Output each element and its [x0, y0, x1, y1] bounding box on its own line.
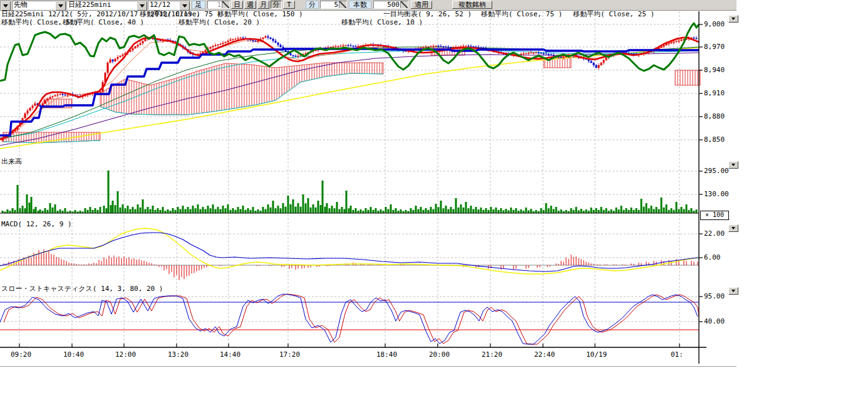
- axis-tick-label: 8,940: [704, 66, 725, 74]
- window-bottom-edge: [0, 366, 736, 367]
- time-tick-label: 21:20: [482, 351, 502, 359]
- time-tick-label: 10:40: [63, 351, 84, 359]
- legend-item: 移動平均( Close, 75 ): [140, 11, 221, 18]
- time-tick-label: 14:40: [220, 351, 240, 359]
- chart-canvas[interactable]: 日経225mini 12/12( 5分, 2012/10/17 - 2012/1…: [0, 0, 736, 367]
- axis-tick-label: 295.00: [704, 167, 729, 175]
- spin-button-icon[interactable]: [222, 1, 229, 8]
- chevron-down-icon: [731, 18, 735, 20]
- minute-spinner[interactable]: 5: [320, 1, 347, 9]
- volume-bars: [0, 171, 699, 213]
- volume-multiplier-badge: × 100: [700, 211, 729, 220]
- bars-count-spinner[interactable]: 500: [373, 1, 408, 9]
- interval-value: 1: [208, 1, 222, 8]
- time-tick-label: 17:20: [279, 351, 300, 359]
- axis-tick-label: 8,970: [704, 43, 725, 51]
- spin-button-icon[interactable]: [339, 1, 346, 8]
- chevron-down-icon[interactable]: [55, 1, 66, 11]
- chevron-down-icon: [731, 227, 735, 229]
- multi-symbol-button[interactable]: 複数銘柄: [452, 1, 492, 9]
- period-button-1[interactable]: 日: [231, 1, 243, 9]
- spin-button-icon[interactable]: [400, 1, 408, 8]
- axis-tick-label: 40.00: [704, 318, 725, 325]
- legend-item: 移動平均( Close, 75 ): [481, 11, 562, 18]
- time-tick-label: 09:20: [11, 351, 31, 359]
- chevron-down-icon: [731, 290, 735, 292]
- time-tick-label: 12:00: [115, 351, 136, 359]
- time-tick-label: 22:40: [534, 351, 555, 359]
- macd-panel-label: MACD( 12, 26, 9 ): [1, 221, 72, 228]
- legend-item: 移動平均( Close, 40 ): [63, 19, 144, 26]
- panel-dropdown-button[interactable]: [728, 224, 738, 232]
- legend-item: 一目均衡表( 9, 26, 52 ): [383, 11, 472, 18]
- category-combobox[interactable]: 先物: [12, 1, 66, 10]
- period-button-2[interactable]: 週: [244, 1, 256, 9]
- minute-value: 5: [321, 1, 339, 8]
- time-tick-label: 13:20: [168, 351, 189, 359]
- panel-dropdown-button[interactable]: [728, 15, 738, 23]
- axis-tick-label: 22.00: [704, 230, 725, 238]
- chevron-down-icon[interactable]: [137, 1, 147, 11]
- apply-button[interactable]: 適用: [411, 1, 432, 9]
- stochastics-panel: [0, 294, 699, 344]
- time-tick-label: 18:40: [376, 351, 397, 359]
- axis-tick-label: 8,910: [704, 90, 725, 97]
- legend-item: 移動平均( Close, 25 ): [573, 11, 654, 18]
- chevron-down-icon: [731, 164, 735, 166]
- axis-tick-label: 130.00: [704, 191, 729, 198]
- panel-dropdown-button[interactable]: [728, 287, 738, 295]
- chart-application-window: 先物 日経225mini 12/12 足 1 日週月分T 分 5 本数 500 …: [0, 0, 736, 367]
- axis-tick-label: 8,850: [704, 136, 725, 144]
- legend-item: 移動平均( Close, 20 ): [178, 19, 260, 26]
- minute-label: 分: [306, 1, 319, 9]
- period-button-4[interactable]: 分: [271, 1, 282, 9]
- axis-tick-label: 6.00: [704, 254, 721, 261]
- contract-value: 12/12: [148, 1, 179, 9]
- bar-type-label: 足: [192, 1, 205, 9]
- chevron-down-icon[interactable]: [1, 1, 11, 11]
- axis-tick-label: 8,880: [704, 113, 725, 120]
- clipped-combo-dropdown[interactable]: [0, 1, 11, 10]
- toolbar: 先物 日経225mini 12/12 足 1 日週月分T 分 5 本数 500 …: [0, 0, 736, 11]
- interval-spinner[interactable]: 1: [207, 1, 230, 9]
- time-tick-label: 10/19: [586, 351, 607, 359]
- period-button-5[interactable]: T: [283, 1, 295, 9]
- chart-plot-svg[interactable]: [0, 0, 736, 367]
- macd-panel: [0, 228, 699, 280]
- chevron-down-icon[interactable]: [179, 1, 190, 11]
- axis-tick-label: 95.00: [704, 293, 725, 300]
- time-tick-label: 20:00: [429, 351, 450, 359]
- bars-count-value: 500: [374, 1, 400, 8]
- time-tick-label: 01:: [671, 351, 683, 359]
- symbol-value: 日経225mini: [67, 1, 137, 9]
- legend-item: 移動平均( Close, 10 ): [341, 19, 423, 26]
- contract-combobox[interactable]: 12/12: [148, 1, 190, 10]
- symbol-combobox[interactable]: 日経225mini: [66, 1, 148, 10]
- bars-count-label: 本数: [349, 1, 371, 9]
- screen: { "toolbar": { "clipped_combo": "", "com…: [0, 0, 868, 400]
- period-button-3[interactable]: 月: [257, 1, 269, 9]
- volume-panel-label: 出来高: [1, 158, 22, 166]
- stochastics-panel-label: スロー・ストキャスティクス( 14, 3, 80, 20 ): [1, 285, 163, 293]
- panel-dropdown-button[interactable]: [728, 161, 738, 169]
- axis-tick-label: 9,000: [704, 21, 725, 28]
- category-value: 先物: [13, 1, 55, 9]
- legend-item: 移動平均( Close, 150 ): [217, 11, 303, 18]
